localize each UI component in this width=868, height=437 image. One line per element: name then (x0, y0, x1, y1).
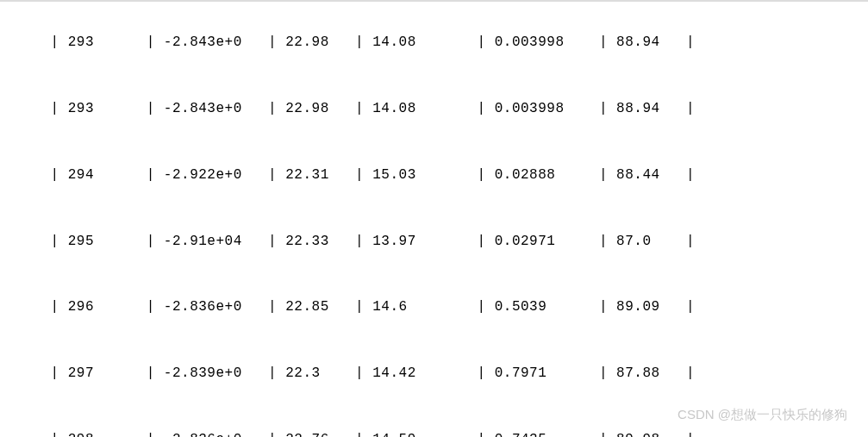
table-row: | 298 | -2.836e+0 | 22.76 | 14.59 | 0.74… (7, 429, 861, 437)
table-row: | 297 | -2.839e+0 | 22.3 | 14.42 | 0.797… (7, 363, 861, 385)
table-row: | 293 | -2.843e+0 | 22.98 | 14.08 | 0.00… (7, 32, 861, 54)
console-output: | 293 | -2.843e+0 | 22.98 | 14.08 | 0.00… (0, 3, 868, 437)
output-content: | 293 | -2.843e+0 | 22.98 | 14.08 | 0.00… (0, 0, 868, 437)
table-row: | 293 | -2.843e+0 | 22.98 | 14.08 | 0.00… (7, 98, 861, 121)
table-row: | 296 | -2.836e+0 | 22.85 | 14.6 | 0.503… (7, 297, 861, 319)
table-row: | 295 | -2.91e+04 | 22.33 | 13.97 | 0.02… (7, 231, 861, 253)
table-row: | 294 | -2.922e+0 | 22.31 | 15.03 | 0.02… (7, 165, 861, 187)
